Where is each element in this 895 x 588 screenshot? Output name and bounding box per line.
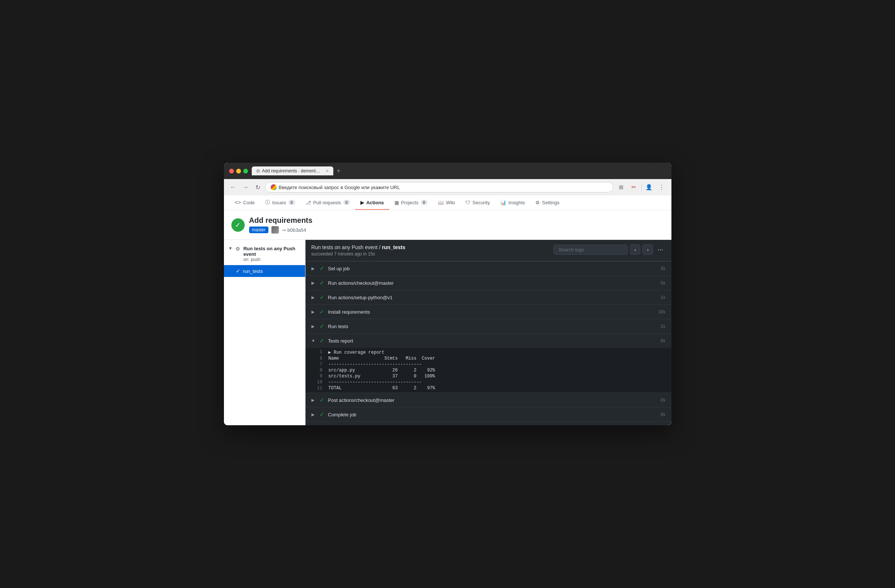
- nav-item-code[interactable]: <> Code: [230, 196, 260, 210]
- step-tests-report-time: 0s: [661, 338, 666, 343]
- job-check-icon: ✓: [236, 268, 240, 274]
- step-setup-python-header[interactable]: ▶ ✓ Run actions/setup-python@v1 1s: [305, 290, 671, 305]
- log-line: 10 -----------------------------------: [305, 379, 671, 385]
- menu-icon[interactable]: ⋮: [657, 182, 667, 192]
- step-tests-report-header[interactable]: ▼ ✓ Tests report 0s: [305, 334, 671, 348]
- refresh-button[interactable]: ↻: [253, 183, 262, 192]
- actions-log: Run tests on any Push event / run_tests …: [305, 240, 671, 425]
- success-icon: ✓: [231, 218, 245, 232]
- search-logs-input[interactable]: [554, 245, 628, 255]
- account-icon[interactable]: 👤: [644, 182, 654, 192]
- workflow-header[interactable]: ▼ ⚙ Run tests on any Push event on: push: [224, 243, 305, 265]
- nav-item-issues[interactable]: ⓘ Issues 0: [260, 195, 300, 210]
- maximize-button[interactable]: [243, 169, 248, 174]
- nav-item-actions[interactable]: ▶ Actions: [355, 196, 389, 210]
- back-button[interactable]: ←: [228, 183, 238, 191]
- commit-title: Add requirements: [249, 216, 312, 225]
- step-post-checkout: ▶ ✓ Post actions/checkout@master 0s: [305, 393, 671, 408]
- step-checkout-header[interactable]: ▶ ✓ Run actions/checkout@master 0s: [305, 276, 671, 290]
- log-steps: ▶ ✓ Set up job 3s ▶ ✓ Run actions/checko…: [305, 261, 671, 422]
- log-content-tests-report: 1 ▶ Run coverage report 6 Name Stmts Mis…: [305, 348, 671, 393]
- log-more-button[interactable]: ···: [655, 245, 665, 254]
- shield-icon: 🛡: [465, 200, 470, 205]
- browser-tabs: ⊙ Add requirements · dementevda ✕ +: [252, 167, 666, 175]
- step-post-checkout-header[interactable]: ▶ ✓ Post actions/checkout@master 0s: [305, 393, 671, 407]
- new-tab-button[interactable]: +: [335, 167, 343, 175]
- log-line: 7 -----------------------------------: [305, 361, 671, 367]
- line-content: src/tests.py 37 0 100%: [329, 374, 435, 379]
- step-check-icon: ✓: [320, 411, 325, 418]
- traffic-lights: [229, 169, 248, 174]
- branch-badge: master: [249, 227, 269, 233]
- close-button[interactable]: [229, 169, 234, 174]
- step-setup-job-header[interactable]: ▶ ✓ Set up job 3s: [305, 261, 671, 276]
- workflow-group: ▼ ⚙ Run tests on any Push event on: push…: [224, 240, 305, 280]
- nav-actions-label: Actions: [366, 200, 384, 205]
- step-tests-report-label: Tests report: [328, 338, 657, 344]
- line-content: Name Stmts Miss Cover: [329, 356, 435, 361]
- nav-item-projects[interactable]: ▦ Projects 0: [389, 196, 433, 210]
- workflow-gear-icon: ⚙: [235, 246, 240, 252]
- step-arrow-icon: ▶: [311, 398, 316, 403]
- minimize-button[interactable]: [236, 169, 241, 174]
- step-checkout-time: 0s: [661, 280, 666, 285]
- step-post-checkout-time: 0s: [661, 397, 666, 403]
- log-subtitle: succeeded 7 minutes ago in 15s: [311, 252, 406, 256]
- step-tests-report: ▼ ✓ Tests report 0s 1 ▶ Run coverage rep…: [305, 334, 671, 393]
- step-arrow-icon: ▶: [311, 266, 316, 271]
- job-label: run_tests: [243, 268, 263, 274]
- step-install-req-header[interactable]: ▶ ✓ Install requirements 10s: [305, 305, 671, 319]
- actions-sidebar: ▼ ⚙ Run tests on any Push event on: push…: [224, 240, 305, 425]
- step-check-icon: ✓: [320, 337, 325, 344]
- log-prev-button[interactable]: ‹: [630, 244, 640, 255]
- step-checkout-label: Run actions/checkout@master: [328, 280, 657, 286]
- nav-wiki-label: Wiki: [446, 200, 455, 205]
- log-title-area: Run tests on any Push event / run_tests …: [311, 244, 406, 256]
- step-run-tests-label: Run tests: [328, 324, 657, 329]
- nav-item-security[interactable]: 🛡 Security: [460, 196, 495, 210]
- step-check-icon: ✓: [320, 397, 325, 403]
- nav-insights-label: Insights: [508, 200, 525, 205]
- step-arrow-icon: ▶: [311, 324, 316, 329]
- nav-code-label: Code: [243, 200, 255, 205]
- step-run-tests-time: 1s: [661, 324, 666, 329]
- step-setup-job-label: Set up job: [328, 266, 657, 271]
- step-complete-job-header[interactable]: ▶ ✓ Complete job 0s: [305, 408, 671, 421]
- step-setup-job: ▶ ✓ Set up job 3s: [305, 261, 671, 276]
- line-content: src/app.py 26 2 92%: [329, 368, 435, 373]
- job-item-run-tests[interactable]: ✓ run_tests: [224, 265, 305, 277]
- browser-titlebar: ⊙ Add requirements · dementevda ✕ +: [224, 163, 671, 179]
- address-bar[interactable]: Введите поисковый запрос в Google или ук…: [265, 182, 613, 192]
- active-tab[interactable]: ⊙ Add requirements · dementevda ✕: [252, 167, 333, 175]
- nav-item-settings[interactable]: ⚙ Settings: [530, 196, 565, 210]
- workflow-trigger: on: push: [243, 257, 300, 262]
- step-checkout: ▶ ✓ Run actions/checkout@master 0s: [305, 276, 671, 290]
- step-check-icon: ✓: [320, 294, 325, 301]
- nav-item-pull-requests[interactable]: ⎇ Pull requests 0: [300, 196, 355, 210]
- step-setup-python-time: 1s: [661, 295, 666, 300]
- step-run-tests-header[interactable]: ▶ ✓ Run tests 1s: [305, 319, 671, 333]
- log-next-button[interactable]: ›: [643, 244, 653, 255]
- step-install-req: ▶ ✓ Install requirements 10s: [305, 305, 671, 319]
- line-content: ▶ Run coverage report: [329, 350, 384, 355]
- browser-nav: ← → ↻ Введите поисковый запрос в Google …: [224, 179, 671, 195]
- step-arrow-icon: ▶: [311, 280, 316, 285]
- commit-meta: master ⊸ b0b3a54: [249, 226, 312, 233]
- step-check-icon: ✓: [320, 308, 325, 315]
- forward-button[interactable]: →: [241, 183, 250, 191]
- line-number: 1: [311, 350, 323, 355]
- pr-badge: 0: [343, 200, 350, 205]
- step-arrow-icon: ▶: [311, 309, 316, 314]
- step-complete-job-time: 0s: [661, 412, 666, 417]
- extension-icon[interactable]: ✂: [629, 182, 639, 192]
- tab-close-icon[interactable]: ✕: [326, 169, 329, 174]
- step-arrow-icon: ▶: [311, 412, 316, 417]
- step-post-checkout-label: Post actions/checkout@master: [328, 397, 657, 403]
- step-check-icon: ✓: [320, 280, 325, 286]
- nav-item-insights[interactable]: 📊 Insights: [495, 196, 530, 210]
- nav-projects-label: Projects: [401, 200, 419, 205]
- tab-title: Add requirements · dementevda: [262, 168, 322, 174]
- step-install-req-time: 10s: [658, 309, 665, 314]
- translate-icon[interactable]: ⊞: [616, 182, 626, 192]
- nav-item-wiki[interactable]: 📖 Wiki: [433, 196, 461, 210]
